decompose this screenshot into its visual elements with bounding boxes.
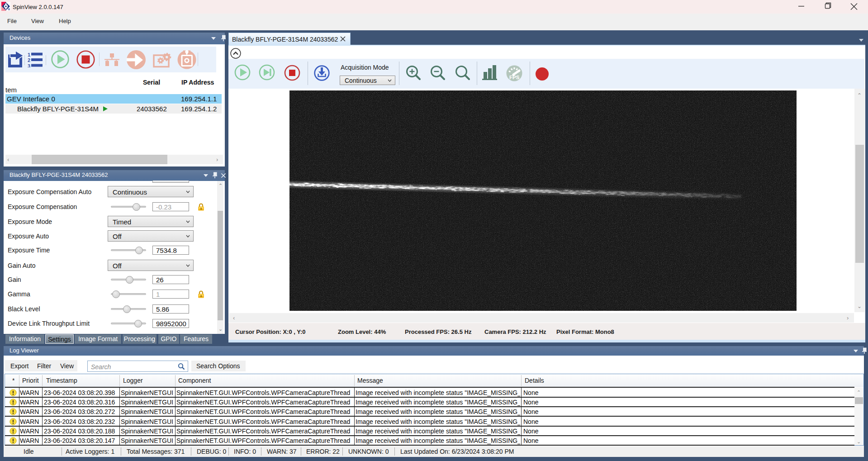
- svg-text:3: 3: [28, 63, 30, 68]
- svg-text:1: 1: [28, 52, 30, 57]
- svg-text:FPS: FPS: [509, 75, 520, 80]
- svg-text:2: 2: [28, 57, 30, 63]
